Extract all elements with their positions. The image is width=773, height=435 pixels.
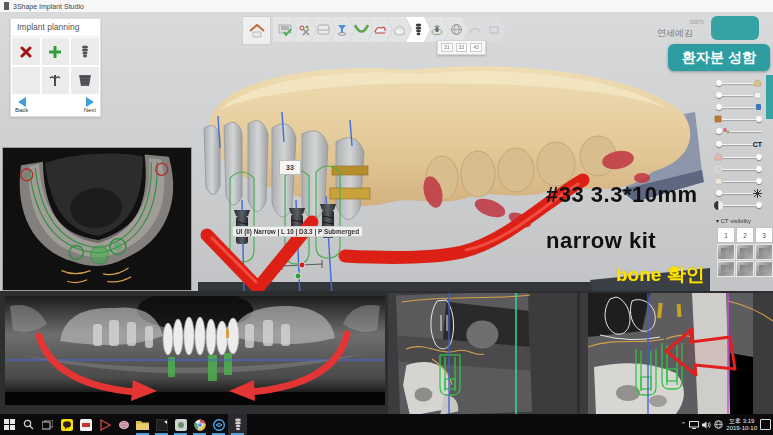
clock-time: 오후 3:19 (729, 418, 754, 425)
tooth-mark-icon (373, 24, 387, 35)
network-icon[interactable] (714, 420, 723, 429)
search-button[interactable] (19, 414, 38, 435)
annotation-implant-size: #33 3.3*10mm (546, 182, 698, 208)
ct-preset-thumb-6[interactable] (755, 261, 773, 277)
internet-explorer-icon (213, 419, 225, 431)
sleeve-icon (77, 74, 93, 87)
panoramic-view[interactable] (5, 296, 385, 405)
home-button[interactable] (242, 16, 271, 45)
chrome-icon (194, 419, 206, 431)
brain-app-icon (118, 419, 130, 431)
implant-tag[interactable]: 33 (456, 43, 468, 52)
redaction-blob (711, 16, 759, 40)
monitor-icon[interactable] (689, 421, 699, 429)
ct-visibility-button-1[interactable]: 1 (717, 227, 735, 243)
red-x-icon (20, 46, 32, 58)
slider-clip-plane[interactable] (714, 200, 762, 210)
panel-title: Implant planning (11, 19, 100, 37)
axial-ct-view[interactable] (3, 148, 191, 290)
empty-cell (11, 66, 41, 95)
medit-icon (80, 419, 92, 431)
ct-preset-thumb-2[interactable] (736, 244, 754, 260)
green-plus-icon (49, 46, 61, 58)
alignment-icon (336, 23, 348, 36)
ct-slider-label: CT (753, 141, 762, 148)
measurement-widget[interactable] (282, 260, 322, 279)
hidden-icons-chevron[interactable]: ⌃ (680, 421, 686, 429)
slider-gingiva[interactable] (714, 152, 762, 162)
taskbar-app-photos[interactable] (152, 414, 171, 435)
photos-app-icon (156, 419, 168, 431)
task-view-button[interactable] (38, 414, 57, 435)
action-center-icon[interactable] (760, 419, 771, 430)
folder-icon (136, 419, 149, 430)
ct-cross-section-2[interactable] (580, 293, 773, 414)
implant-button[interactable] (70, 37, 100, 66)
slider-scan-tag[interactable] (716, 102, 762, 112)
viewer-app-icon (175, 419, 187, 431)
taskbar-app-kakaotalk[interactable] (57, 414, 76, 435)
implant-screw-icon (81, 45, 89, 59)
search-icon (23, 419, 34, 430)
blue-tag-icon (755, 103, 762, 111)
slider-upper-scan[interactable] (716, 78, 762, 88)
kakaotalk-icon (61, 419, 73, 431)
ct-preset-thumb-4[interactable] (717, 261, 735, 277)
tooth-number-label: 33 (279, 160, 301, 175)
delete-implant-button[interactable] (11, 37, 41, 66)
slider-ct[interactable]: CT (716, 139, 762, 149)
slider-ring[interactable] (714, 164, 762, 174)
title-bar: 3Shape Implant Studio (0, 0, 773, 13)
slider-pano-star[interactable] (716, 188, 762, 198)
implant-tag[interactable]: 31 (441, 43, 453, 52)
clock-date: 2019-10-10 (726, 425, 757, 432)
implant-planning-panel: Implant planning (10, 18, 101, 117)
ct-visibility-button-3[interactable]: 3 (755, 227, 773, 243)
ct-visibility-header[interactable]: ▾ CT visibility (716, 217, 751, 224)
start-button[interactable] (0, 414, 19, 435)
step-treatment-plan[interactable] (273, 17, 297, 42)
slider-nerve[interactable] (716, 126, 762, 136)
ct-preset-thumb-3[interactable] (755, 244, 773, 260)
implant-tag[interactable]: 43 (470, 43, 482, 52)
taskbar-app-brain[interactable] (114, 414, 133, 435)
treatment-plan-icon (278, 24, 292, 36)
speaker-icon[interactable] (702, 421, 711, 429)
back-button[interactable]: Back (15, 97, 28, 113)
windows-taskbar (0, 414, 773, 435)
add-implant-button[interactable] (41, 37, 71, 66)
ct-preset-thumb-1[interactable] (717, 244, 735, 260)
taskbar-app-file-explorer[interactable] (133, 414, 152, 435)
taskbar-app-medit[interactable] (76, 414, 95, 435)
next-button[interactable]: Next (84, 97, 96, 113)
taskbar-app-player[interactable] (95, 414, 114, 435)
back-arrow-icon (18, 97, 26, 107)
workflow-steps (273, 17, 506, 42)
axial-ct-image (3, 148, 191, 290)
taskbar-app-internet-explorer[interactable] (209, 414, 228, 435)
patient-name: 연세예김 (657, 27, 693, 40)
ct-slice-2-image (580, 293, 773, 414)
windows-icon (4, 419, 15, 430)
ct-preset-thumb-5[interactable] (736, 261, 754, 277)
slider-restoration[interactable] (716, 90, 762, 100)
slider-sleeve[interactable] (714, 114, 762, 124)
taskbar-app-chrome[interactable] (190, 414, 209, 435)
sleeve-button[interactable] (70, 66, 100, 95)
taskbar-app-viewer[interactable] (171, 414, 190, 435)
taskbar-app-implant-studio[interactable] (228, 414, 247, 435)
tooth-color-icon (753, 79, 762, 87)
tools-icon (298, 24, 311, 36)
ring-icon (714, 165, 722, 173)
ct-visibility-button-2[interactable]: 2 (736, 227, 754, 243)
abutment-button[interactable] (41, 66, 71, 95)
taskbar-clock[interactable]: 오후 3:19 2019-10-10 (726, 418, 757, 432)
crown-icon (393, 24, 406, 36)
window-title: 3Shape Implant Studio (13, 3, 84, 10)
system-tray: ⌃ 오후 3:19 2019-10-10 (680, 414, 771, 435)
scan-box-icon (317, 24, 330, 35)
slider-teeth-model[interactable] (714, 176, 762, 186)
ct-cross-section-1[interactable] (388, 293, 577, 414)
abutment-crown-icon (430, 24, 444, 36)
implant-studio-window: 3Shape Implant Studio (0, 0, 773, 435)
